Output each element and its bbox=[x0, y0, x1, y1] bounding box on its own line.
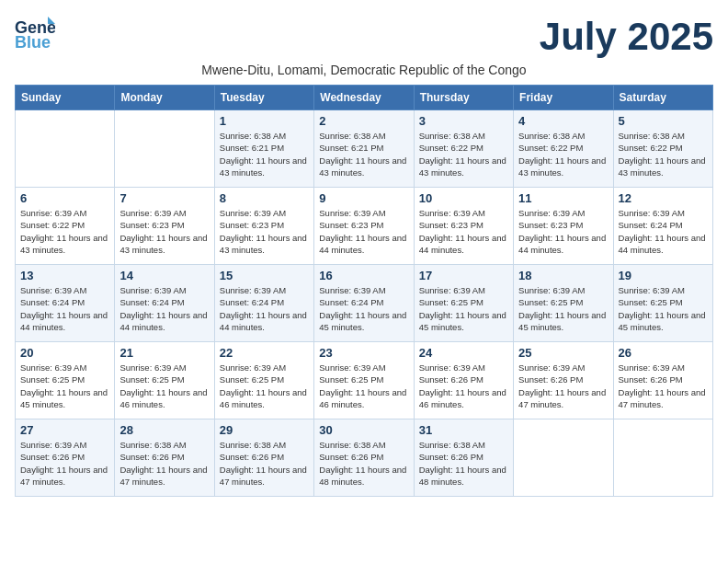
calendar-cell: 11Sunrise: 6:39 AM Sunset: 6:23 PM Dayli… bbox=[514, 188, 613, 265]
calendar-cell: 3Sunrise: 6:38 AM Sunset: 6:22 PM Daylig… bbox=[414, 110, 513, 188]
calendar-cell: 14Sunrise: 6:39 AM Sunset: 6:24 PM Dayli… bbox=[115, 265, 214, 342]
day-info: Sunrise: 6:38 AM Sunset: 6:21 PM Dayligh… bbox=[319, 130, 408, 178]
day-number: 26 bbox=[619, 346, 708, 360]
logo: General Blue bbox=[15, 15, 59, 53]
calendar-cell: 9Sunrise: 6:39 AM Sunset: 6:23 PM Daylig… bbox=[314, 188, 414, 265]
day-number: 2 bbox=[319, 114, 408, 128]
day-number: 14 bbox=[119, 269, 209, 282]
day-number: 24 bbox=[419, 346, 508, 360]
calendar-cell: 25Sunrise: 6:39 AM Sunset: 6:26 PM Dayli… bbox=[514, 342, 613, 419]
day-number: 22 bbox=[220, 346, 309, 360]
calendar-cell bbox=[115, 110, 214, 188]
day-number: 10 bbox=[419, 191, 508, 205]
calendar-cell: 5Sunrise: 6:38 AM Sunset: 6:22 PM Daylig… bbox=[613, 110, 712, 188]
calendar-body: 1Sunrise: 6:38 AM Sunset: 6:21 PM Daylig… bbox=[16, 110, 713, 497]
calendar-cell: 10Sunrise: 6:39 AM Sunset: 6:23 PM Dayli… bbox=[414, 188, 513, 265]
day-number: 3 bbox=[419, 114, 508, 128]
day-info: Sunrise: 6:38 AM Sunset: 6:22 PM Dayligh… bbox=[419, 130, 508, 178]
day-number: 17 bbox=[419, 269, 508, 282]
day-info: Sunrise: 6:38 AM Sunset: 6:26 PM Dayligh… bbox=[319, 439, 408, 488]
day-number: 20 bbox=[20, 346, 109, 360]
calendar-cell: 16Sunrise: 6:39 AM Sunset: 6:24 PM Dayli… bbox=[314, 265, 414, 342]
calendar-cell: 21Sunrise: 6:39 AM Sunset: 6:25 PM Dayli… bbox=[115, 342, 214, 419]
calendar-cell: 30Sunrise: 6:38 AM Sunset: 6:26 PM Dayli… bbox=[314, 419, 414, 497]
day-info: Sunrise: 6:39 AM Sunset: 6:26 PM Dayligh… bbox=[419, 362, 508, 410]
day-number: 7 bbox=[119, 191, 209, 205]
day-number: 27 bbox=[20, 423, 109, 437]
day-number: 31 bbox=[419, 423, 508, 437]
day-info: Sunrise: 6:38 AM Sunset: 6:26 PM Dayligh… bbox=[220, 439, 309, 488]
day-number: 28 bbox=[119, 423, 209, 437]
day-info: Sunrise: 6:39 AM Sunset: 6:25 PM Dayligh… bbox=[20, 362, 109, 410]
calendar-cell: 18Sunrise: 6:39 AM Sunset: 6:25 PM Dayli… bbox=[514, 265, 613, 342]
calendar-cell: 13Sunrise: 6:39 AM Sunset: 6:24 PM Dayli… bbox=[16, 265, 115, 342]
page-header: General Blue July 2025 bbox=[15, 15, 713, 59]
day-info: Sunrise: 6:38 AM Sunset: 6:22 PM Dayligh… bbox=[518, 130, 608, 178]
month-title: July 2025 bbox=[540, 15, 713, 59]
day-info: Sunrise: 6:39 AM Sunset: 6:23 PM Dayligh… bbox=[119, 207, 209, 256]
week-row-2: 6Sunrise: 6:39 AM Sunset: 6:22 PM Daylig… bbox=[16, 188, 713, 265]
calendar-cell: 6Sunrise: 6:39 AM Sunset: 6:22 PM Daylig… bbox=[16, 188, 115, 265]
day-info: Sunrise: 6:39 AM Sunset: 6:24 PM Dayligh… bbox=[220, 284, 309, 333]
calendar-cell: 20Sunrise: 6:39 AM Sunset: 6:25 PM Dayli… bbox=[16, 342, 115, 419]
day-info: Sunrise: 6:39 AM Sunset: 6:24 PM Dayligh… bbox=[619, 207, 708, 256]
calendar-cell: 12Sunrise: 6:39 AM Sunset: 6:24 PM Dayli… bbox=[613, 188, 712, 265]
day-info: Sunrise: 6:39 AM Sunset: 6:23 PM Dayligh… bbox=[319, 207, 408, 256]
day-number: 25 bbox=[518, 346, 608, 360]
day-number: 21 bbox=[119, 346, 209, 360]
calendar-header: SundayMondayTuesdayWednesdayThursdayFrid… bbox=[16, 86, 713, 110]
week-row-1: 1Sunrise: 6:38 AM Sunset: 6:21 PM Daylig… bbox=[16, 110, 713, 188]
calendar-cell: 15Sunrise: 6:39 AM Sunset: 6:24 PM Dayli… bbox=[214, 265, 313, 342]
header-cell-friday: Friday bbox=[514, 86, 613, 110]
header-cell-sunday: Sunday bbox=[16, 86, 115, 110]
day-number: 16 bbox=[319, 269, 408, 282]
day-info: Sunrise: 6:39 AM Sunset: 6:25 PM Dayligh… bbox=[220, 362, 309, 410]
calendar-cell: 26Sunrise: 6:39 AM Sunset: 6:26 PM Dayli… bbox=[613, 342, 712, 419]
day-number: 30 bbox=[319, 423, 408, 437]
calendar-cell: 17Sunrise: 6:39 AM Sunset: 6:25 PM Dayli… bbox=[414, 265, 513, 342]
day-info: Sunrise: 6:39 AM Sunset: 6:25 PM Dayligh… bbox=[119, 362, 209, 410]
day-info: Sunrise: 6:39 AM Sunset: 6:24 PM Dayligh… bbox=[20, 284, 109, 333]
day-number: 13 bbox=[20, 269, 109, 282]
day-number: 19 bbox=[619, 269, 708, 282]
day-info: Sunrise: 6:38 AM Sunset: 6:22 PM Dayligh… bbox=[619, 130, 708, 178]
day-number: 23 bbox=[319, 346, 408, 360]
week-row-3: 13Sunrise: 6:39 AM Sunset: 6:24 PM Dayli… bbox=[16, 265, 713, 342]
day-number: 12 bbox=[619, 191, 708, 205]
day-number: 5 bbox=[619, 114, 708, 128]
calendar-cell: 29Sunrise: 6:38 AM Sunset: 6:26 PM Dayli… bbox=[214, 419, 313, 497]
day-info: Sunrise: 6:39 AM Sunset: 6:22 PM Dayligh… bbox=[20, 207, 109, 256]
day-info: Sunrise: 6:38 AM Sunset: 6:26 PM Dayligh… bbox=[419, 439, 508, 488]
day-info: Sunrise: 6:39 AM Sunset: 6:24 PM Dayligh… bbox=[319, 284, 408, 333]
calendar-cell bbox=[16, 110, 115, 188]
day-info: Sunrise: 6:39 AM Sunset: 6:26 PM Dayligh… bbox=[619, 362, 708, 410]
header-cell-monday: Monday bbox=[115, 86, 214, 110]
day-number: 29 bbox=[220, 423, 309, 437]
day-number: 1 bbox=[220, 114, 309, 128]
calendar-cell: 28Sunrise: 6:38 AM Sunset: 6:26 PM Dayli… bbox=[115, 419, 214, 497]
calendar-cell bbox=[514, 419, 613, 497]
calendar-cell: 19Sunrise: 6:39 AM Sunset: 6:25 PM Dayli… bbox=[613, 265, 712, 342]
svg-text:Blue: Blue bbox=[15, 33, 51, 50]
day-info: Sunrise: 6:39 AM Sunset: 6:26 PM Dayligh… bbox=[518, 362, 608, 410]
day-number: 15 bbox=[220, 269, 309, 282]
week-row-5: 27Sunrise: 6:39 AM Sunset: 6:26 PM Dayli… bbox=[16, 419, 713, 497]
day-info: Sunrise: 6:39 AM Sunset: 6:23 PM Dayligh… bbox=[220, 207, 309, 256]
calendar-cell bbox=[613, 419, 712, 497]
calendar-cell: 7Sunrise: 6:39 AM Sunset: 6:23 PM Daylig… bbox=[115, 188, 214, 265]
calendar-cell: 1Sunrise: 6:38 AM Sunset: 6:21 PM Daylig… bbox=[214, 110, 313, 188]
calendar-cell: 27Sunrise: 6:39 AM Sunset: 6:26 PM Dayli… bbox=[16, 419, 115, 497]
day-info: Sunrise: 6:39 AM Sunset: 6:23 PM Dayligh… bbox=[419, 207, 508, 256]
day-info: Sunrise: 6:39 AM Sunset: 6:25 PM Dayligh… bbox=[419, 284, 508, 333]
calendar-cell: 24Sunrise: 6:39 AM Sunset: 6:26 PM Dayli… bbox=[414, 342, 513, 419]
calendar-table: SundayMondayTuesdayWednesdayThursdayFrid… bbox=[15, 85, 713, 497]
header-row: SundayMondayTuesdayWednesdayThursdayFrid… bbox=[16, 86, 713, 110]
header-cell-thursday: Thursday bbox=[414, 86, 513, 110]
calendar-cell: 2Sunrise: 6:38 AM Sunset: 6:21 PM Daylig… bbox=[314, 110, 414, 188]
day-info: Sunrise: 6:39 AM Sunset: 6:25 PM Dayligh… bbox=[319, 362, 408, 410]
day-info: Sunrise: 6:38 AM Sunset: 6:21 PM Dayligh… bbox=[220, 130, 309, 178]
header-cell-tuesday: Tuesday bbox=[214, 86, 313, 110]
day-number: 11 bbox=[518, 191, 608, 205]
day-number: 4 bbox=[518, 114, 608, 128]
day-number: 18 bbox=[518, 269, 608, 282]
